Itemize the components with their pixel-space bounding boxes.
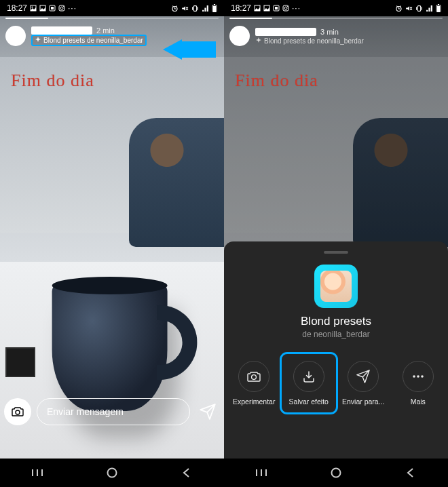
svg-point-7	[63, 6, 64, 7]
signal-icon	[426, 5, 433, 12]
nav-home[interactable]	[322, 466, 350, 480]
effect-sheet: Blond presets de neonilla_berdar Experim…	[224, 241, 448, 459]
story-caption: Fim do dia	[235, 71, 318, 91]
svg-point-13	[16, 410, 20, 414]
story-effect-label: Blond presets de neonilla_berdar	[43, 37, 143, 44]
story-username-redacted[interactable]	[255, 28, 316, 36]
vibrate-icon	[415, 5, 423, 12]
direct-send-button[interactable]	[195, 400, 220, 424]
status-time: 18:27	[231, 3, 251, 13]
story-effect-link[interactable]: Blond presets de neonilla_berdar	[31, 35, 147, 46]
svg-point-21	[287, 6, 288, 7]
svg-point-6	[60, 7, 63, 9]
story-progress	[229, 18, 443, 19]
nav-back[interactable]	[173, 466, 200, 480]
svg-point-31	[332, 469, 341, 478]
status-left-icons-2	[263, 5, 270, 12]
svg-point-30	[421, 375, 424, 378]
action-save-label: Salvar efeito	[289, 397, 329, 406]
svg-rect-23	[417, 5, 420, 11]
svg-point-28	[413, 375, 415, 378]
status-time: 18:27	[7, 3, 27, 13]
effect-author[interactable]: de neonilla_berdar	[302, 330, 369, 339]
svg-rect-25	[437, 6, 440, 12]
status-left-icons-2	[39, 5, 46, 12]
battery-icon	[436, 4, 441, 12]
effect-thumbnail[interactable]	[314, 265, 358, 308]
svg-point-27	[252, 375, 257, 380]
nav-recent[interactable]	[24, 466, 51, 480]
svg-rect-12	[214, 4, 215, 5]
status-more-dots: ···	[68, 3, 77, 13]
scene-cube	[5, 347, 35, 377]
story-avatar[interactable]	[5, 26, 26, 46]
send-icon	[199, 403, 217, 421]
nav-home[interactable]	[98, 466, 126, 480]
scene-person	[129, 118, 224, 247]
action-send[interactable]: Enviar para...	[336, 354, 390, 412]
action-try[interactable]: Experimentar	[227, 354, 281, 412]
svg-point-20	[284, 7, 287, 9]
svg-rect-9	[193, 5, 196, 11]
sheet-drag-handle[interactable]	[324, 251, 348, 254]
story-effect-label: Blond presets de neonilla_berdar	[264, 37, 364, 45]
phone-right: 18:27 ···	[224, 0, 448, 487]
android-navbar	[224, 459, 448, 487]
status-more-dots: ···	[292, 3, 301, 13]
story-progress	[5, 18, 219, 19]
svg-rect-11	[213, 6, 216, 12]
camera-button[interactable]	[4, 398, 31, 425]
mute-icon	[181, 5, 189, 12]
scene-mug	[52, 282, 168, 411]
action-save[interactable]: Salvar efeito	[282, 354, 336, 412]
alarm-icon	[395, 5, 403, 12]
svg-point-1	[32, 7, 33, 8]
annotation-arrow	[163, 39, 216, 60]
sparkle-icon	[35, 37, 41, 43]
battery-icon	[212, 4, 217, 12]
story-viewport[interactable]: 2 min Blond presets de neonilla_berdar F…	[0, 16, 224, 459]
camera-icon	[11, 405, 24, 418]
nav-recent[interactable]	[248, 466, 275, 480]
status-screenshot-icon	[49, 5, 56, 12]
story-avatar[interactable]	[229, 26, 250, 46]
save-icon	[301, 369, 316, 384]
svg-point-29	[417, 375, 419, 378]
status-bar: 18:27 ···	[224, 0, 448, 16]
story-time: 2 min	[96, 26, 115, 35]
vibrate-icon	[191, 5, 199, 12]
sparkle-icon	[255, 37, 262, 44]
signal-icon	[202, 5, 209, 12]
story-caption: Fim do dia	[11, 71, 94, 91]
reply-input[interactable]: Enviar mensagem	[37, 398, 190, 425]
story-effect-link[interactable]: Blond presets de neonilla_berdar	[255, 37, 364, 45]
phone-left: 18:27 ···	[0, 0, 224, 487]
reply-placeholder: Enviar mensagem	[47, 406, 124, 417]
svg-rect-4	[51, 7, 54, 9]
status-left-icons	[30, 5, 37, 12]
camera-icon	[246, 369, 261, 384]
story-time: 3 min	[320, 28, 339, 36]
action-more[interactable]: Mais	[391, 354, 445, 412]
action-send-label: Enviar para...	[342, 397, 384, 406]
status-instagram-icon	[282, 5, 289, 12]
mute-icon	[405, 5, 413, 12]
svg-rect-18	[275, 7, 278, 9]
story-username-redacted[interactable]	[31, 26, 92, 35]
effect-title: Blond presets	[301, 315, 371, 328]
nav-back[interactable]	[397, 466, 424, 480]
status-screenshot-icon	[273, 5, 280, 12]
status-instagram-icon	[58, 5, 65, 12]
send-icon	[356, 369, 371, 384]
svg-rect-26	[438, 4, 439, 5]
svg-point-14	[108, 469, 117, 478]
action-try-label: Experimentar	[233, 397, 275, 406]
action-more-label: Mais	[411, 397, 426, 406]
more-icon	[411, 369, 426, 384]
android-navbar	[0, 459, 224, 487]
status-left-icons	[254, 5, 261, 12]
status-bar: 18:27 ···	[0, 0, 224, 16]
alarm-icon	[171, 5, 179, 12]
